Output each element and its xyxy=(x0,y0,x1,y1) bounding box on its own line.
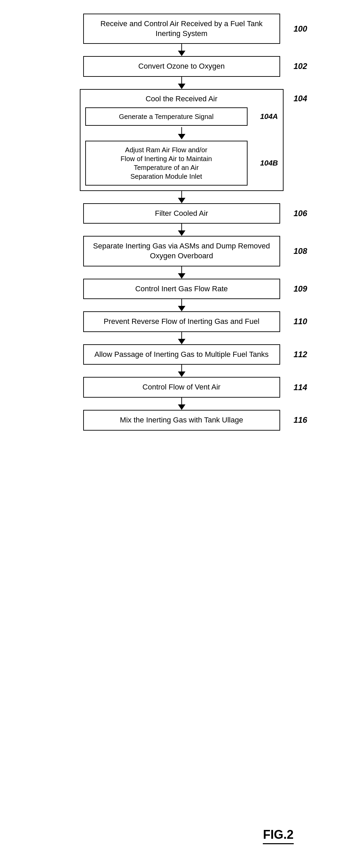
box-102: Convert Ozone to Oxygen xyxy=(83,56,280,77)
ref-112: 112 xyxy=(293,350,307,359)
arrow-2 xyxy=(178,77,185,89)
node-110: Prevent Reverse Flow of Inerting Gas and… xyxy=(83,311,280,332)
ref-109: 109 xyxy=(293,284,307,294)
box-100: Receive and Control Air Received by a Fu… xyxy=(83,14,280,44)
ref-102: 102 xyxy=(293,62,307,71)
box-109-label: Control Inert Gas Flow Rate xyxy=(135,284,228,293)
ref-110: 110 xyxy=(293,317,307,326)
node-109: Control Inert Gas Flow Rate 109 xyxy=(83,279,280,299)
ref-108: 108 xyxy=(293,246,307,256)
figure-label: FIG.2 xyxy=(263,828,293,844)
arrow-5 xyxy=(178,266,185,279)
arrow-4 xyxy=(178,224,185,236)
node-102: Convert Ozone to Oxygen 102 xyxy=(83,56,280,77)
inner-arrow-1 xyxy=(85,127,278,139)
ref-114: 114 xyxy=(293,383,307,392)
ref-104: 104 xyxy=(293,94,307,103)
arrow-6 xyxy=(178,299,185,311)
node-100: Receive and Control Air Received by a Fu… xyxy=(83,14,280,44)
box-110-label: Prevent Reverse Flow of Inerting Gas and… xyxy=(104,317,259,326)
box-104A: Generate a Temperature Signal xyxy=(85,107,248,126)
box-110: Prevent Reverse Flow of Inerting Gas and… xyxy=(83,311,280,332)
node-116: Mix the Inerting Gas with Tank Ullage 11… xyxy=(83,410,280,431)
box-114-label: Control Flow of Vent Air xyxy=(143,383,221,391)
node-108: Separate Inerting Gas via ASMs and Dump … xyxy=(83,236,280,266)
node-112: Allow Passage of Inerting Gas to Multipl… xyxy=(83,344,280,365)
ref-116: 116 xyxy=(293,415,307,425)
arrow-1 xyxy=(178,44,185,56)
arrow-8 xyxy=(178,365,185,377)
box-106: Filter Cooled Air xyxy=(83,203,280,224)
box-109: Control Inert Gas Flow Rate xyxy=(83,279,280,299)
box-106-label: Filter Cooled Air xyxy=(155,209,208,218)
ref-106: 106 xyxy=(293,209,307,218)
arrow-3 xyxy=(178,191,185,203)
group-104-title: Cool the Received Air xyxy=(85,94,278,103)
box-102-label: Convert Ozone to Oxygen xyxy=(138,62,224,70)
box-104B: Adjust Ram Air Flow and/orFlow of Inerti… xyxy=(85,141,248,186)
box-116-label: Mix the Inerting Gas with Tank Ullage xyxy=(120,416,243,424)
node-106: Filter Cooled Air 106 xyxy=(83,203,280,224)
flowchart: Receive and Control Air Received by a Fu… xyxy=(63,14,301,848)
ref-104A: 104A xyxy=(260,112,278,121)
group-104: Cool the Received Air Generate a Tempera… xyxy=(80,89,284,191)
arrow-9 xyxy=(178,398,185,410)
box-116: Mix the Inerting Gas with Tank Ullage xyxy=(83,410,280,431)
box-112-label: Allow Passage of Inerting Gas to Multipl… xyxy=(94,350,269,359)
ref-104B: 104B xyxy=(260,159,278,168)
box-112: Allow Passage of Inerting Gas to Multipl… xyxy=(83,344,280,365)
box-100-label: Receive and Control Air Received by a Fu… xyxy=(101,19,263,38)
ref-100: 100 xyxy=(293,24,307,34)
box-108: Separate Inerting Gas via ASMs and Dump … xyxy=(83,236,280,266)
box-114: Control Flow of Vent Air xyxy=(83,377,280,398)
node-114: Control Flow of Vent Air 114 xyxy=(83,377,280,398)
node-104-group: Cool the Received Air Generate a Tempera… xyxy=(80,89,284,191)
box-108-label: Separate Inerting Gas via ASMs and Dump … xyxy=(93,242,270,260)
arrow-7 xyxy=(178,332,185,344)
